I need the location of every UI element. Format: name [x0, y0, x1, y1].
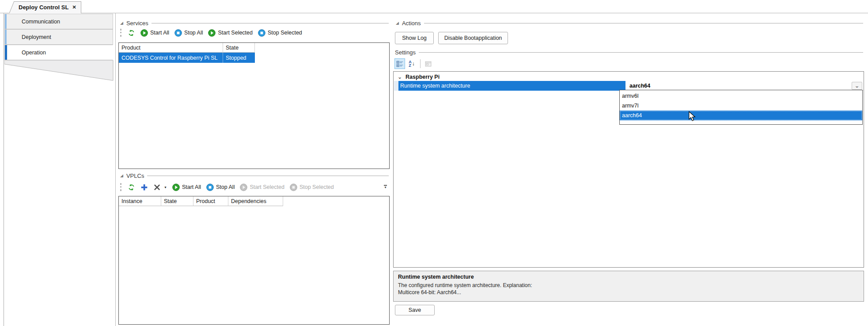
categorized-icon	[396, 60, 404, 68]
property-value-cell[interactable]: aarch64 ⌄	[625, 81, 864, 91]
stop-all-label: Stop All	[216, 184, 235, 190]
vplcs-group-title: VPLCs	[126, 173, 144, 179]
chevron-down-icon: ⌄	[855, 83, 859, 89]
architecture-dropdown-list: armv6l armv7l aarch64	[619, 90, 863, 125]
collapse-triangle-icon[interactable]: ◢	[396, 21, 399, 25]
vplcs-add-button[interactable]	[140, 184, 148, 191]
disable-bootapplication-button[interactable]: Disable Bootapplication	[438, 32, 508, 44]
services-table-row[interactable]: CODESYS Control for Raspberry Pi SL Stop…	[119, 53, 255, 63]
stop-all-label: Stop All	[184, 30, 203, 36]
vplcs-start-selected-button-disabled: Start Selected	[240, 184, 284, 191]
play-icon	[140, 29, 148, 37]
description-title: Runtime system architecture	[398, 274, 859, 280]
refresh-icon	[128, 184, 135, 191]
services-start-all-button[interactable]: Start All	[140, 29, 169, 37]
dropdown-option-aarch64[interactable]: aarch64	[620, 111, 862, 120]
accent-strip	[5, 45, 7, 60]
group-rule	[152, 23, 389, 23]
toolbar-overflow-button[interactable]: ▾	[383, 182, 388, 191]
chevron-down-icon[interactable]: ⌄	[398, 75, 402, 79]
categorized-view-button[interactable]	[394, 58, 405, 69]
dropdown-option-armv7l[interactable]: armv7l	[620, 101, 862, 111]
vplcs-delete-button[interactable]: ▼	[153, 184, 167, 191]
column-header-product[interactable]: Product	[119, 43, 223, 53]
combo-dropdown-button[interactable]: ⌄	[852, 82, 862, 90]
az-sort-icon: A Z ↓	[409, 60, 415, 67]
overflow-chevron-icon: ▾	[384, 186, 386, 189]
toolbar-grip[interactable]	[120, 29, 121, 37]
collapse-triangle-icon[interactable]: ◢	[120, 174, 123, 178]
sidebar-item-label: Deployment	[22, 34, 51, 40]
vplcs-stop-all-button[interactable]: Stop All	[206, 184, 235, 191]
services-table: Product State CODESYS Control for Raspbe…	[118, 42, 390, 169]
services-group-header: ◢ Services	[120, 19, 389, 27]
property-value-text: aarch64	[629, 83, 650, 89]
vplcs-table-header: Instance State Product Dependencies	[119, 196, 283, 206]
property-name-cell[interactable]: Runtime system architecture	[398, 81, 625, 91]
vplcs-table: Instance State Product Dependencies	[118, 196, 390, 325]
column-header-state[interactable]: State	[223, 43, 255, 53]
services-group-title: Services	[126, 20, 148, 27]
show-log-button[interactable]: Show Log	[395, 32, 434, 44]
category-label: Raspberry Pi	[406, 74, 440, 80]
dropdown-option-armv6l[interactable]: armv6l	[620, 91, 862, 101]
vplcs-group-header: ◢ VPLCs	[120, 172, 389, 179]
stop-icon	[258, 29, 265, 37]
column-header-instance[interactable]: Instance	[119, 196, 161, 206]
services-toolbar: Start All Stop All Start Selected Stop S…	[120, 27, 388, 38]
stop-selected-label: Stop Selected	[268, 30, 302, 36]
start-all-label: Start All	[150, 30, 169, 36]
product-cell: CODESYS Control for Raspberry Pi SL	[119, 53, 223, 63]
services-stop-selected-button[interactable]: Stop Selected	[258, 29, 302, 37]
sidebar-item-label: Communication	[22, 19, 60, 25]
save-button[interactable]: Save	[395, 305, 435, 315]
plus-icon	[140, 184, 148, 191]
sidebar-item-communication[interactable]: Communication	[4, 14, 113, 29]
column-header-product[interactable]: Product	[193, 196, 228, 206]
sidebar-item-operation[interactable]: Operation	[4, 45, 113, 60]
actions-group-header: ◢ Actions	[396, 19, 863, 27]
state-cell: Stopped	[223, 53, 255, 63]
description-line1: The configured runtime system architectu…	[398, 282, 859, 289]
property-row-runtime-architecture[interactable]: Runtime system architecture aarch64 ⌄	[394, 81, 864, 91]
tab-deploy-control-sl[interactable]: Deploy Control SL ✕	[15, 1, 81, 13]
property-description-panel: Runtime system architecture The configur…	[393, 271, 864, 302]
sidebar-item-label: Operation	[22, 50, 46, 56]
dropdown-caret-icon[interactable]: ▼	[164, 186, 167, 189]
tabstrip-divider	[0, 13, 868, 13]
play-icon	[208, 29, 216, 37]
services-start-selected-button[interactable]: Start Selected	[208, 29, 253, 37]
property-row-gutter	[394, 81, 398, 91]
group-rule	[424, 23, 863, 23]
column-header-dependencies[interactable]: Dependencies	[228, 196, 283, 206]
stop-icon	[206, 184, 214, 191]
vplcs-start-all-button[interactable]: Start All	[172, 184, 201, 191]
play-icon-disabled	[240, 184, 247, 191]
group-rule	[147, 176, 389, 176]
column-header-state[interactable]: State	[161, 196, 193, 206]
stop-icon	[174, 29, 182, 37]
tab-title: Deploy Control SL	[19, 4, 68, 11]
services-stop-all-button[interactable]: Stop All	[174, 29, 203, 37]
refresh-icon	[128, 29, 135, 37]
sidebar-wedge-decoration	[4, 60, 114, 82]
collapse-triangle-icon[interactable]: ◢	[120, 21, 123, 25]
actions-group-title: Actions	[402, 20, 421, 27]
sidebar-item-deployment[interactable]: Deployment	[4, 29, 113, 45]
alphabetical-sort-button[interactable]: A Z ↓	[406, 58, 417, 69]
accent-strip	[5, 14, 7, 29]
toolbar-grip[interactable]	[120, 183, 121, 191]
toolbar-separator	[420, 59, 421, 68]
vplcs-toolbar: ▼ Start All Stop All Start Selected	[120, 181, 376, 193]
category-row-raspberry-pi[interactable]: ⌄ Raspberry Pi	[394, 73, 864, 81]
services-refresh-button[interactable]	[128, 29, 135, 37]
stop-selected-label: Stop Selected	[299, 184, 334, 190]
vplcs-refresh-button[interactable]	[128, 184, 135, 191]
property-pages-button-disabled	[423, 58, 433, 69]
sort-z-glyph: Z	[409, 64, 412, 67]
start-selected-label: Start Selected	[250, 184, 284, 190]
pane-splitter[interactable]	[115, 13, 116, 326]
sort-arrow-glyph: ↓	[412, 61, 415, 67]
group-rule	[419, 52, 863, 53]
close-icon[interactable]: ✕	[72, 4, 76, 10]
